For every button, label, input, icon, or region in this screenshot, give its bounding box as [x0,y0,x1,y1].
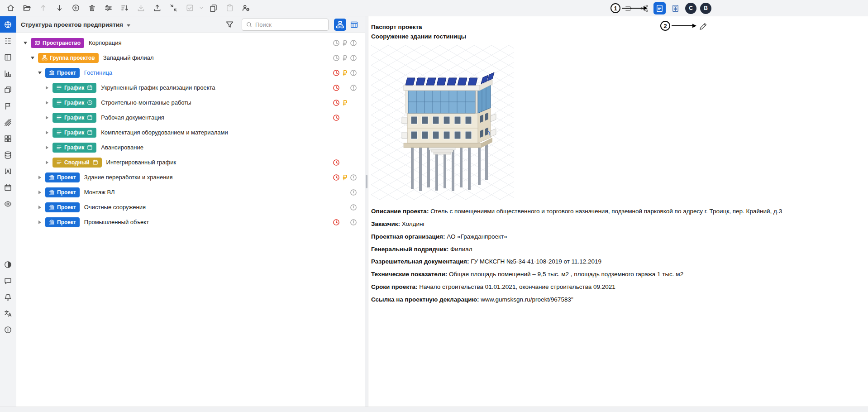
edit-pencil-icon[interactable] [697,20,710,33]
document-view-button[interactable] [669,2,682,14]
row-indicators [332,129,365,136]
hierarchy-view-button[interactable] [334,19,346,31]
home-icon[interactable] [4,1,17,15]
tree-row[interactable]: ПроектОчистные сооружения [16,200,365,215]
sort-icon[interactable] [118,1,131,15]
delete-icon[interactable] [85,1,99,15]
panel-splitter[interactable] [365,16,368,407]
import-icon[interactable] [134,1,148,15]
row-indicators [332,203,365,211]
badge-label: Проект [57,70,76,76]
tree-row[interactable]: Группа проектовЗападный филиал [16,50,365,65]
collapse-toggle-icon[interactable] [36,69,43,77]
passport-view-button[interactable] [653,2,666,14]
tree-row[interactable]: ПроектПромышленный объект [16,215,365,230]
expand-toggle-icon[interactable] [43,99,51,106]
add-circle-icon[interactable] [69,1,82,15]
node-label[interactable]: Строительно-монтажные работы [101,99,191,106]
passport-field: Генеральный подрядчик: Филиал [371,245,783,254]
sidebar-comment-icon[interactable] [0,273,16,289]
badge-project: Проект [45,187,80,197]
tree-row[interactable]: ПространствоКорпорация [16,35,365,50]
node-label[interactable]: Очистные сооружения [84,204,146,211]
sidebar-info-icon[interactable] [0,321,16,338]
collapse-toggle-icon[interactable] [22,39,29,47]
node-label[interactable]: Рабочая документация [101,114,164,121]
warning-icon [349,188,357,196]
sidebar-structure-icon[interactable] [0,33,16,49]
sidebar-board-icon[interactable] [0,49,16,65]
avatar-c[interactable]: C [685,3,696,14]
tree-row[interactable]: ГрафикСтроительно-монтажные работы [16,95,365,110]
sidebar-database-icon[interactable] [0,147,16,163]
expand-toggle-icon[interactable] [43,129,51,136]
node-label[interactable]: Гостиница [84,69,112,76]
expand-toggle-icon[interactable] [36,204,43,211]
expand-toggle-icon[interactable] [36,219,43,226]
sliders-icon[interactable] [101,1,115,15]
tree-row[interactable]: ГрафикРабочая документация [16,110,365,125]
folder-open-icon[interactable] [20,1,33,15]
collapse-toggle-icon[interactable] [29,54,36,62]
sidebar-grid-icon[interactable] [0,130,16,147]
node-label[interactable]: Монтаж ВЛ [84,189,115,196]
table-view-button[interactable] [348,19,360,31]
deadline-clock-icon [332,39,340,47]
avatar-b[interactable]: B [700,3,711,14]
paste-icon[interactable] [223,1,236,15]
expand-toggle-icon[interactable] [36,174,43,181]
sidebar-layers-icon[interactable] [0,81,16,98]
node-label[interactable]: Укрупненный график реализации проекта [101,84,215,91]
checkbox-icon[interactable] [183,1,196,15]
budget-ruble-icon [341,173,348,181]
passport-field: Сроки проекта: Начало строительства 01.0… [371,283,783,292]
sidebar-eye-icon[interactable] [0,196,16,212]
sidebar-globe-icon[interactable] [0,16,16,33]
node-label[interactable]: Здание переработки и хранения [84,174,173,181]
sidebar-flag-icon[interactable] [0,98,16,114]
arrow-up-icon[interactable] [36,1,50,15]
tree-row[interactable]: ПроектГостиница [16,65,365,80]
expand-toggle-icon[interactable] [43,114,51,121]
collapse-icon[interactable] [167,1,180,15]
sidebar-calendar-icon[interactable] [0,179,16,196]
horizontal-scrollbar[interactable] [0,407,868,412]
warning-icon [349,84,357,91]
export-icon[interactable] [150,1,164,15]
expand-toggle-icon[interactable] [43,144,51,151]
node-label[interactable]: Западный филиал [103,54,154,61]
expand-toggle-icon[interactable] [43,159,51,166]
tree-row[interactable]: СводныйИнтегрированный график [16,155,365,170]
empty-slot [349,99,357,106]
tree-rows: ПространствоКорпорацияГруппа проектовЗап… [16,33,365,230]
filter-icon[interactable] [225,20,234,29]
deadline-clock-icon [332,114,340,121]
search-input[interactable] [255,21,324,28]
node-label[interactable]: Интегрированный график [106,159,176,166]
sidebar-bell-icon[interactable] [0,289,16,305]
tree-row[interactable]: ПроектМонтаж ВЛ [16,185,365,200]
arrow-down-icon[interactable] [52,1,66,15]
empty-slot [341,84,348,91]
sidebar-text-style-icon[interactable] [0,163,16,179]
splitter-grip-icon[interactable] [366,175,367,188]
copy-icon[interactable] [206,1,220,15]
node-label[interactable]: Авансирование [101,144,143,151]
sidebar-chart-icon[interactable] [0,65,16,81]
sidebar-translate-icon[interactable] [0,305,16,321]
sidebar-hatch-icon[interactable] [0,114,16,130]
passport-fields: Описание проекта: Отель с помещениями об… [371,207,783,304]
expand-toggle-icon[interactable] [43,84,51,91]
tree-row[interactable]: ПроектЗдание переработки и хранения [16,170,365,185]
tree-row[interactable]: ГрафикКомплектация оборудованием и матер… [16,125,365,140]
tree-row[interactable]: ГрафикАвансирование [16,140,365,155]
sidebar-contrast-icon[interactable] [0,256,16,273]
expand-toggle-icon[interactable] [36,189,43,196]
caret-down-icon[interactable] [198,1,205,15]
node-label[interactable]: Корпорация [89,39,122,46]
tree-view-selector[interactable]: Структура проектов предприятия [21,20,130,29]
tree-row[interactable]: ГрафикУкрупненный график реализации прое… [16,80,365,95]
node-label[interactable]: Промышленный объект [84,219,149,225]
user-settings-icon[interactable] [239,1,253,15]
node-label[interactable]: Комплектация оборудованием и материалами [101,129,228,136]
